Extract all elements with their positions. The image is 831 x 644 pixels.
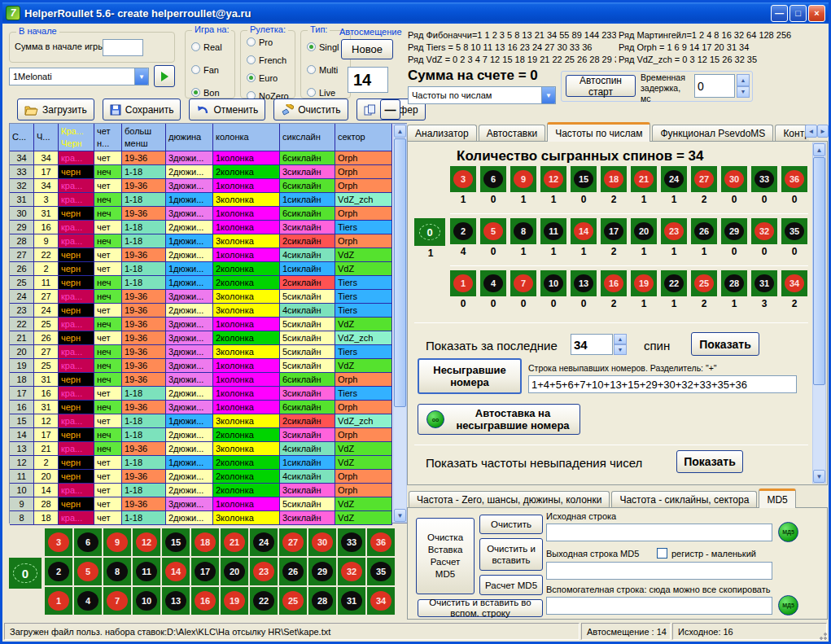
table-cell[interactable]: 2сиклайн xyxy=(280,234,335,248)
undo-button[interactable]: Отменить xyxy=(189,99,265,120)
number-cell-13[interactable]: 13 xyxy=(571,270,597,296)
table-cell[interactable]: 1колонка xyxy=(213,179,280,193)
table-cell[interactable]: 28 xyxy=(34,497,59,511)
preset-combobox[interactable]: 1Melonati ▼ xyxy=(9,68,149,85)
spinner-up-icon[interactable]: ▲ xyxy=(737,74,750,86)
number-cell-19[interactable]: 19 xyxy=(631,270,657,296)
table-cell[interactable]: 1колонка xyxy=(213,248,280,262)
number-cell-32[interactable]: 32 xyxy=(751,218,777,244)
table-cell[interactable]: Orph xyxy=(335,484,392,497)
table-cell[interactable]: 1-18 xyxy=(122,387,166,401)
table-cell[interactable]: 26 xyxy=(10,262,34,276)
number-cell-3[interactable]: 3 xyxy=(450,166,476,192)
panel-scrollbar[interactable]: ▲ ▼ xyxy=(812,142,826,484)
number-cell-28[interactable]: 28 xyxy=(721,270,747,296)
number-cell-17[interactable]: 17 xyxy=(191,558,219,585)
table-cell[interactable]: чет xyxy=(94,151,122,165)
md5-big-button[interactable]: Очистка Вставка Расчет MD5 xyxy=(416,518,475,594)
scroll-down-icon[interactable]: ▼ xyxy=(813,470,825,483)
number-cell-22[interactable]: 22 xyxy=(661,270,687,296)
table-cell[interactable]: 3дюжи... xyxy=(166,497,213,511)
radio-option-euro[interactable]: Euro xyxy=(247,71,295,85)
table-cell[interactable]: черн xyxy=(59,428,94,442)
table-cell[interactable]: неч xyxy=(94,318,122,331)
table-cell[interactable]: 19-36 xyxy=(122,151,166,165)
table-cell[interactable]: 2дюжи... xyxy=(166,221,213,234)
table-cell[interactable]: 4сиклайн xyxy=(280,248,335,262)
table-cell[interactable]: 25 xyxy=(34,318,59,331)
table-cell[interactable]: 19-36 xyxy=(122,290,166,304)
table-cell[interactable]: 9 xyxy=(34,234,59,248)
folder-open-button[interactable]: Загрузить xyxy=(17,99,94,120)
number-cell-24[interactable]: 24 xyxy=(661,166,687,192)
table-cell[interactable]: 3сиклайн xyxy=(280,165,335,179)
table-cell[interactable]: 19-36 xyxy=(122,304,166,318)
maximize-button[interactable]: □ xyxy=(789,5,807,22)
number-cell-18[interactable]: 18 xyxy=(191,528,219,556)
table-cell[interactable]: 1-18 xyxy=(122,234,166,248)
radio-option-real[interactable]: Real xyxy=(191,40,234,54)
number-cell-12[interactable]: 12 xyxy=(133,528,160,556)
table-cell[interactable]: 1-18 xyxy=(122,456,166,470)
tab-1[interactable]: Частота - сиклайны, сектора xyxy=(611,491,757,508)
table-cell[interactable]: черн xyxy=(59,470,94,484)
table-cell[interactable]: Tiers xyxy=(335,345,392,359)
md5-source-input[interactable] xyxy=(546,524,772,541)
table-cell[interactable]: неч xyxy=(94,401,122,414)
number-cell-32[interactable]: 32 xyxy=(338,558,365,585)
table-cell[interactable]: 1-18 xyxy=(122,484,166,497)
table-cell[interactable]: 2колонка xyxy=(213,165,280,179)
table-cell[interactable]: 2дюжи... xyxy=(166,470,213,484)
table-cell[interactable]: 2колонка xyxy=(213,428,280,442)
table-cell[interactable]: кра... xyxy=(59,442,94,456)
table-cell[interactable]: Tiers xyxy=(335,221,392,234)
nonplayed-input[interactable] xyxy=(528,375,797,393)
table-cell[interactable]: VdZ xyxy=(335,359,392,373)
table-cell[interactable]: 1колонка xyxy=(213,497,280,511)
table-cell[interactable]: Orph xyxy=(335,401,392,414)
table-cell[interactable]: Orph xyxy=(335,151,392,165)
table-scroll-thumb[interactable] xyxy=(394,138,406,407)
table-cell[interactable]: черн xyxy=(59,165,94,179)
table-cell[interactable]: Orph xyxy=(335,428,392,442)
table-cell[interactable]: 2колонка xyxy=(213,262,280,276)
table-cell[interactable]: 12 xyxy=(34,414,59,428)
number-cell-4[interactable]: 4 xyxy=(74,587,102,615)
table-cell[interactable]: 5сиклайн xyxy=(280,345,335,359)
number-cell-17[interactable]: 17 xyxy=(601,218,627,244)
number-cell-36[interactable]: 36 xyxy=(367,528,395,556)
table-cell[interactable]: 21 xyxy=(34,442,59,456)
table-cell[interactable]: 27 xyxy=(34,345,59,359)
column-header[interactable]: Ч... xyxy=(34,124,59,151)
table-cell[interactable]: чет xyxy=(94,262,122,276)
tab-1[interactable]: Автоставки xyxy=(479,125,546,142)
table-cell[interactable]: 2колонка xyxy=(213,484,280,497)
table-cell[interactable]: 3колонка xyxy=(213,414,280,428)
number-cell-2[interactable]: 2 xyxy=(450,218,476,244)
table-cell[interactable]: 2колонка xyxy=(213,276,280,290)
show-freq-button[interactable]: Показать xyxy=(676,450,743,473)
number-cell-11[interactable]: 11 xyxy=(540,218,566,244)
play-button[interactable] xyxy=(154,65,175,87)
number-cell-19[interactable]: 19 xyxy=(221,587,248,615)
table-cell[interactable]: 3колонка xyxy=(213,290,280,304)
table-cell[interactable]: черн xyxy=(59,373,94,387)
table-cell[interactable]: 2дюжи... xyxy=(166,165,213,179)
column-header[interactable]: сектор xyxy=(335,124,392,151)
table-cell[interactable]: 1-18 xyxy=(122,414,166,428)
table-cell[interactable]: VdZ xyxy=(335,456,392,470)
scroll-up-icon[interactable]: ▲ xyxy=(813,143,825,156)
table-cell[interactable]: 1дюжи... xyxy=(166,262,213,276)
chevron-down-icon[interactable]: ▼ xyxy=(541,87,555,103)
scroll-down-icon[interactable]: ▼ xyxy=(394,509,406,522)
table-cell[interactable]: VdZ xyxy=(335,511,392,525)
column-header[interactable]: четн... xyxy=(94,124,122,151)
close-button[interactable]: × xyxy=(808,5,825,22)
column-header[interactable]: большменш xyxy=(122,124,166,151)
table-cell[interactable]: 5сиклайн xyxy=(280,290,335,304)
column-header[interactable]: С... xyxy=(10,124,34,151)
table-cell[interactable]: Tiers xyxy=(335,276,392,290)
start-sum-input[interactable] xyxy=(103,39,143,56)
table-cell[interactable]: кра... xyxy=(59,484,94,497)
tabs-scroll-right-icon[interactable]: ► xyxy=(817,125,829,138)
